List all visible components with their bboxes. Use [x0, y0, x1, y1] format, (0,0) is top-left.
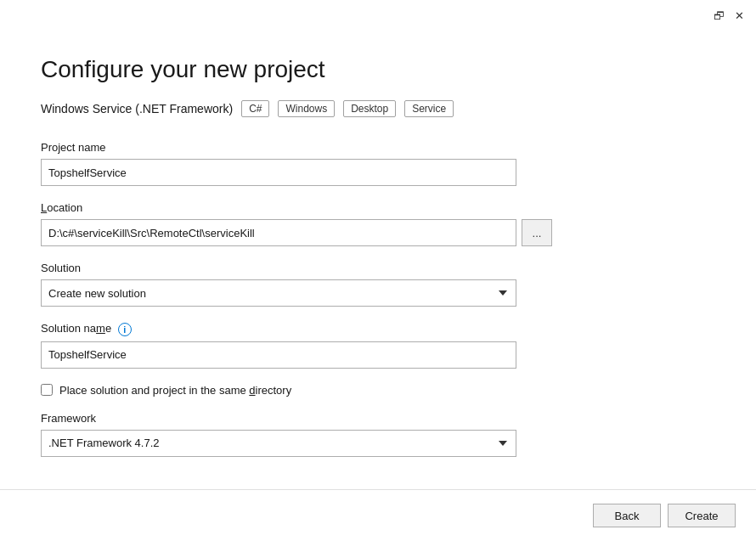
location-group: Location ...: [41, 201, 715, 246]
footer: Back Create: [0, 489, 756, 541]
project-type-label: Windows Service (.NET Framework): [41, 102, 233, 116]
page-title: Configure your new project: [41, 56, 715, 83]
create-button[interactable]: Create: [668, 504, 736, 527]
location-input-row: ...: [41, 219, 715, 246]
same-dir-label[interactable]: Place solution and project in the same d…: [59, 384, 291, 397]
solution-name-input[interactable]: [41, 341, 516, 369]
solution-name-label: Solution name i: [41, 322, 715, 336]
tag-csharp: C#: [241, 100, 269, 117]
main-window: 🗗 ✕ Configure your new project Windows S…: [0, 0, 756, 541]
project-name-group: Project name: [41, 141, 715, 186]
project-type-row: Windows Service (.NET Framework) C# Wind…: [41, 100, 715, 117]
same-dir-checkbox[interactable]: [41, 384, 53, 396]
same-dir-checkbox-row: Place solution and project in the same d…: [41, 384, 715, 397]
solution-group: Solution Create new solution Add to solu…: [41, 262, 715, 307]
project-name-label: Project name: [41, 141, 715, 154]
solution-name-group: Solution name i: [41, 322, 715, 369]
framework-select[interactable]: .NET Framework 4.7.2 .NET Framework 4.8 …: [41, 430, 516, 457]
close-button[interactable]: ✕: [732, 8, 746, 22]
framework-label: Framework: [41, 412, 715, 425]
restore-button[interactable]: 🗗: [712, 8, 725, 22]
info-icon: i: [118, 323, 132, 336]
content-area: Configure your new project Windows Servi…: [0, 31, 756, 489]
back-button[interactable]: Back: [593, 504, 661, 527]
browse-button[interactable]: ...: [522, 219, 552, 246]
title-bar: 🗗 ✕: [0, 0, 756, 31]
tag-windows: Windows: [278, 100, 335, 117]
solution-select[interactable]: Create new solution Add to solution Crea…: [41, 279, 516, 307]
location-label: Location: [41, 201, 715, 214]
tag-service: Service: [404, 100, 454, 117]
project-name-input[interactable]: [41, 159, 516, 186]
location-input[interactable]: [41, 219, 516, 246]
tag-desktop: Desktop: [343, 100, 396, 117]
framework-group: Framework .NET Framework 4.7.2 .NET Fram…: [41, 412, 715, 457]
solution-label: Solution: [41, 262, 715, 274]
